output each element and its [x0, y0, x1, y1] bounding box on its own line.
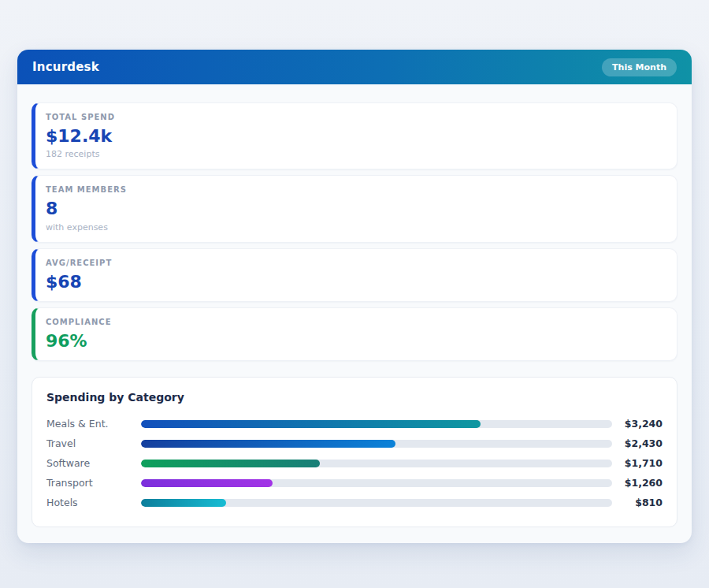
category-label: Meals & Ent. — [46, 418, 141, 430]
category-bar-track — [141, 460, 612, 467]
category-label: Transport — [46, 477, 141, 489]
stat-card-total-spend: TOTAL SPEND $12.4k 182 receipts — [32, 102, 677, 169]
stat-card-avg-receipt: AVG/RECEIPT $68 — [32, 248, 677, 302]
category-bar-fill — [141, 499, 226, 507]
dashboard-content: TOTAL SPEND $12.4k 182 receipts TEAM MEM… — [17, 84, 692, 543]
stat-card-compliance: COMPLIANCE 96% — [32, 307, 677, 361]
category-row-travel: Travel $2,430 — [46, 434, 663, 453]
category-row-software: Software $1,710 — [46, 453, 663, 473]
category-value: $810 — [612, 497, 663, 508]
stat-caption: 182 receipts — [46, 149, 677, 159]
stat-label: TEAM MEMBERS — [46, 185, 677, 194]
category-bar-track — [141, 479, 612, 487]
stat-value: 96% — [46, 331, 677, 351]
app-title: Incurdesk — [32, 60, 99, 74]
stat-value: 8 — [46, 199, 677, 218]
category-value: $1,260 — [612, 477, 663, 489]
stat-caption: with expenses — [46, 222, 677, 233]
dashboard-card: Incurdesk This Month TOTAL SPEND $12.4k … — [17, 50, 692, 543]
category-bar-track — [141, 499, 612, 507]
stat-label: TOTAL SPEND — [46, 113, 677, 121]
category-bar-fill — [141, 440, 395, 448]
spending-title: Spending by Category — [46, 391, 663, 404]
stat-card-team-members: TEAM MEMBERS 8 with expenses — [32, 175, 677, 242]
category-bar-fill — [141, 420, 481, 428]
spending-by-category-card: Spending by Category Meals & Ent. $3,240… — [32, 377, 677, 527]
category-bar-track — [141, 420, 612, 428]
category-value: $2,430 — [612, 437, 663, 449]
category-label: Software — [46, 457, 141, 469]
category-row-transport: Transport $1,260 — [46, 473, 663, 493]
category-value: $1,710 — [612, 457, 663, 469]
category-label: Hotels — [46, 497, 141, 508]
app-header: Incurdesk This Month — [17, 50, 692, 84]
stat-value: $68 — [46, 272, 677, 292]
category-bar-fill — [141, 479, 273, 487]
period-badge[interactable]: This Month — [602, 58, 677, 76]
category-label: Travel — [46, 437, 141, 449]
stat-label: COMPLIANCE — [46, 318, 677, 326]
stat-value: $12.4k — [46, 126, 677, 146]
stat-label: AVG/RECEIPT — [46, 259, 677, 267]
category-value: $3,240 — [612, 418, 663, 430]
category-row-hotels: Hotels $810 — [46, 493, 663, 512]
category-row-meals: Meals & Ent. $3,240 — [46, 414, 663, 434]
category-bar-track — [141, 440, 612, 448]
category-bar-fill — [141, 460, 320, 467]
